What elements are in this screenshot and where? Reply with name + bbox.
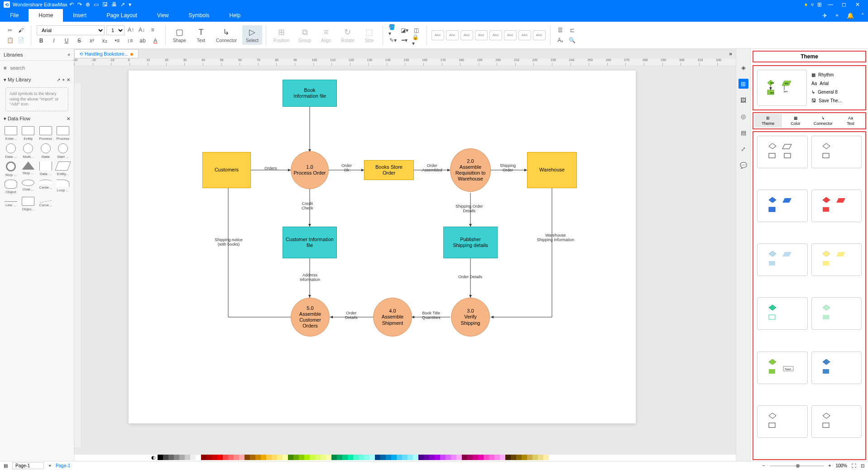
node-process-3[interactable]: 3.0 Verify Shipping (451, 298, 490, 337)
theme-card[interactable] (811, 351, 862, 384)
node-books-store[interactable]: Books Store Order (364, 160, 414, 180)
color-swatch[interactable] (467, 455, 473, 460)
select-tool[interactable]: ▷Select (242, 25, 262, 45)
color-swatch[interactable] (331, 455, 337, 460)
color-swatch[interactable] (408, 455, 413, 460)
color-swatch[interactable] (424, 455, 429, 460)
fill-icon[interactable]: 🪣▾ (388, 26, 398, 35)
color-swatch[interactable] (212, 455, 217, 460)
theme-card[interactable]: Town (757, 351, 808, 384)
color-swatch[interactable] (375, 455, 380, 460)
color-swatch[interactable] (494, 455, 500, 460)
position-tool[interactable]: ⊞Position (270, 25, 293, 45)
shape-item[interactable]: Cente... (38, 180, 53, 194)
color-swatch[interactable] (277, 455, 283, 460)
page-select[interactable]: Page-1 (12, 462, 44, 469)
collapse-icon[interactable]: « (67, 52, 70, 57)
font-size-select[interactable]: 12 (106, 25, 125, 35)
node-process-2[interactable]: 2.0 Assemble Requisition to Warehouse (450, 148, 491, 192)
color-swatch[interactable] (163, 455, 168, 460)
premium-icon[interactable]: ♦ (805, 1, 807, 8)
decrease-font-icon[interactable]: A↓ (137, 25, 146, 34)
color-swatch[interactable] (522, 455, 527, 460)
color-swatch[interactable] (348, 455, 353, 460)
minimize-button[interactable]: — (824, 1, 837, 8)
color-swatch[interactable] (304, 455, 310, 460)
close-section-icon[interactable]: ✕ (67, 77, 70, 82)
color-swatch[interactable] (369, 455, 375, 460)
color-swatch[interactable] (418, 455, 424, 460)
color-swatch[interactable] (462, 455, 467, 460)
menu-view[interactable]: View (147, 9, 179, 22)
increase-font-icon[interactable]: A↑ (126, 25, 135, 34)
color-swatch[interactable] (217, 455, 223, 460)
color-swatch[interactable] (402, 455, 408, 460)
gift-icon[interactable]: ▿ (811, 1, 814, 8)
style-swatch[interactable]: Abc (432, 30, 444, 40)
color-swatch[interactable] (315, 455, 321, 460)
color-swatch[interactable] (429, 455, 435, 460)
style-swatch[interactable]: Abc (460, 30, 473, 40)
color-swatch[interactable] (397, 455, 402, 460)
lock-icon[interactable]: 🔒▾ (412, 36, 421, 45)
copy-icon[interactable]: 📋 (5, 36, 14, 45)
shape-tool[interactable]: ▢Shape (169, 25, 190, 45)
shape-item[interactable]: Curve... (38, 197, 53, 211)
export-icon[interactable]: ↗ (120, 1, 125, 8)
size-tool[interactable]: ⬚Size (360, 25, 379, 45)
shape-item[interactable]: Entity... (56, 161, 70, 177)
bold-icon[interactable]: B (37, 36, 46, 45)
color-swatch[interactable] (538, 455, 543, 460)
page[interactable]: Book Information file Customers 1.0 Proc… (129, 71, 636, 423)
color-swatch[interactable] (527, 455, 532, 460)
style-swatch[interactable]: Abc (446, 30, 459, 40)
color-swatch[interactable] (250, 455, 255, 460)
zoom-out-icon[interactable]: − (762, 463, 765, 468)
color-swatch[interactable] (516, 455, 522, 460)
color-swatch[interactable] (272, 455, 277, 460)
shape-item[interactable]: Stop ... (4, 161, 18, 177)
align-tool[interactable]: ≡Align (317, 26, 336, 45)
my-library-section[interactable]: ▾ My Library ↗+✕ (0, 75, 74, 85)
canvas[interactable]: Book Information file Customers 1.0 Proc… (74, 66, 736, 455)
undo-icon[interactable]: ↶ (69, 1, 74, 8)
color-swatch[interactable] (223, 455, 228, 460)
node-process-4[interactable]: 4.0 Assemble Shipment (373, 298, 412, 337)
shape-item[interactable]: Objec... (21, 197, 35, 211)
theme-prop-font[interactable]: AaArial (811, 81, 862, 86)
theme-icon[interactable]: ⊞ (739, 79, 748, 89)
menu-symbols[interactable]: Symbols (179, 9, 220, 22)
expand-icon[interactable]: ⤢ (739, 144, 748, 154)
theme-card[interactable] (757, 136, 808, 168)
color-swatch[interactable] (446, 455, 451, 460)
color-swatch[interactable] (391, 455, 397, 460)
more-icon[interactable]: ▾ (129, 1, 131, 8)
shape-item[interactable]: Stop ... (21, 161, 35, 177)
node-customers[interactable]: Customers (202, 152, 251, 188)
paste-icon[interactable]: 📄 (16, 36, 25, 45)
close-button[interactable]: ✕ (851, 1, 864, 8)
theme-tab-text[interactable]: AaText (837, 114, 864, 128)
color-swatch[interactable] (478, 455, 484, 460)
add-icon[interactable]: + (62, 77, 65, 82)
bullets-icon[interactable]: •≡ (113, 36, 122, 45)
color-swatch[interactable] (185, 455, 190, 460)
color-swatch[interactable] (505, 455, 511, 460)
document-tab[interactable]: ⟲ Handling Bookstore... ● (74, 49, 139, 58)
layers-icon[interactable]: ☰ (556, 26, 565, 35)
subscript-icon[interactable]: x₂ (100, 36, 109, 45)
expand-icon[interactable]: » (725, 51, 736, 57)
format-painter-icon[interactable]: 🖌 (16, 26, 25, 35)
superscript-icon[interactable]: x² (87, 36, 96, 45)
save-icon[interactable]: 🖫 (102, 1, 108, 8)
text-tool[interactable]: TText (192, 26, 211, 45)
shape-item[interactable]: Data ... (38, 161, 53, 177)
theme-card[interactable] (757, 405, 808, 438)
underline-icon[interactable]: U (62, 36, 71, 45)
close-section-icon[interactable]: ✕ (67, 116, 70, 121)
theme-card[interactable] (811, 405, 862, 438)
redo-icon[interactable]: ↷ (77, 1, 82, 8)
clear-format-icon[interactable]: ab (138, 36, 147, 45)
shape-item[interactable]: Process (56, 126, 70, 141)
theme-tab-color[interactable]: ▦Color (782, 114, 810, 128)
